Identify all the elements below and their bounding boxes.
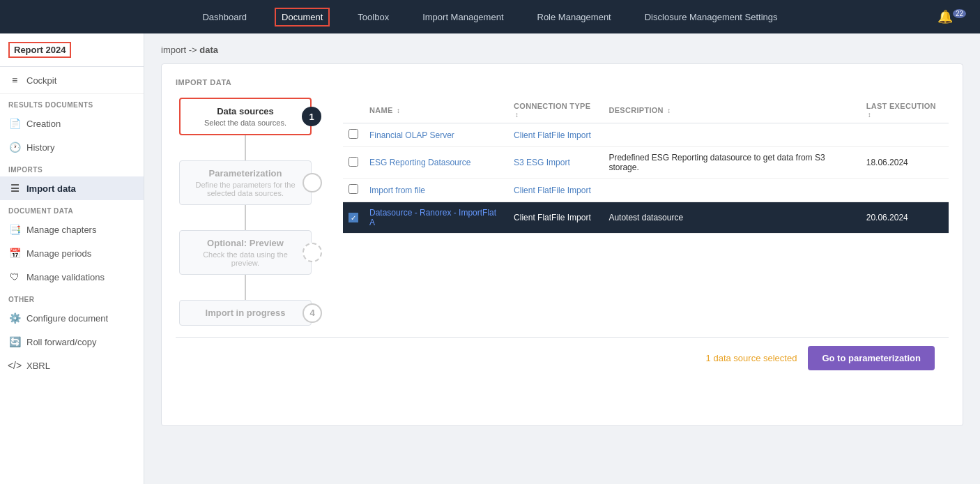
row-last-execution [861,179,949,202]
import-data-title: IMPORT DATA [176,78,949,86]
row-description: Predefined ESG Reporting datasource to g… [603,147,860,179]
col-description[interactable]: DESCRIPTION ↕ [603,98,860,123]
row-checkbox-cell[interactable] [343,147,364,179]
step4-title: Import in progress [188,308,303,318]
cockpit-icon: ≡ [8,74,21,86]
top-nav: Dashboard Document Toolbox Import Manage… [0,0,980,33]
row-checkbox-cell[interactable] [343,123,364,147]
nav-import-management[interactable]: Import Management [417,9,509,25]
sidebar: Report 2024 ≡ Cockpit RESULTS DOCUMENTS … [0,33,144,484]
row-name: Financial OLAP Server [364,123,508,147]
col-connection-type[interactable]: CONNECTION TYPE ↕ [508,98,603,123]
chapters-icon: 📑 [8,223,21,236]
configure-icon: ⚙️ [8,312,21,324]
col-last-execution[interactable]: LAST EXECUTION ↕ [861,98,949,123]
sidebar-doc-title: Report 2024 [0,33,144,67]
sidebar-item-import-data[interactable]: ☰ Import data [0,176,144,200]
manage-chapters-label: Manage chapters [26,225,96,235]
row-name-link[interactable]: Datasource - Ranorex - ImportFlat A [369,208,496,227]
go-to-parameterization-button[interactable]: Go to parameterization [808,346,935,370]
checked-box[interactable]: ✓ [349,213,358,222]
import-data-icon: ☰ [8,182,21,195]
sidebar-item-manage-validations[interactable]: 🛡 Manage validations [0,265,144,289]
roll-forward-icon: 🔄 [8,335,21,348]
periods-icon: 📅 [8,247,21,259]
nav-dashboard[interactable]: Dashboard [197,9,252,25]
main-layout: Report 2024 ≡ Cockpit RESULTS DOCUMENTS … [0,33,980,484]
name-sort-icon: ↕ [397,107,400,114]
execution-sort-icon: ↕ [868,111,871,119]
sidebar-item-cockpit[interactable]: ≡ Cockpit [0,67,144,94]
row-checkbox[interactable] [349,157,358,167]
sidebar-item-manage-periods[interactable]: 📅 Manage periods [0,241,144,265]
row-connection-link[interactable]: Client FlatFile Import [514,186,591,195]
row-name-link[interactable]: Import from file [369,186,425,195]
table-header-row: NAME ↕ CONNECTION TYPE ↕ DESCRIPTION ↕ [343,98,949,123]
step2-title: Parameterization [188,168,303,179]
row-name: Datasource - Ranorex - ImportFlat A [364,202,508,234]
table-row[interactable]: Import from fileClient FlatFile Import [343,179,949,202]
step3-subtitle: Check the data using the preview. [188,250,303,267]
step-data-sources[interactable]: Data sources Select the data sources. 1 [176,98,315,135]
section-other: OTHER [0,289,144,306]
connector-1-2 [245,135,246,160]
step1-subtitle: Select the data sources. [189,119,302,127]
cockpit-label: Cockpit [26,75,56,86]
row-checkbox-cell[interactable] [343,179,364,202]
manage-validations-label: Manage validations [26,272,105,282]
table-column: NAME ↕ CONNECTION TYPE ↕ DESCRIPTION ↕ [315,98,949,326]
step3-number [303,243,322,262]
table-row[interactable]: Financial OLAP ServerClient FlatFile Imp… [343,123,949,147]
col-checkbox [343,98,364,123]
sidebar-item-configure-document[interactable]: ⚙️ Configure document [0,306,144,330]
section-results-documents: RESULTS DOCUMENTS [0,94,144,112]
row-connection-link[interactable]: S3 ESG Import [514,158,570,167]
xbrl-icon: </> [8,359,21,372]
status-count: 1 [706,353,711,363]
table-row[interactable]: ✓Datasource - Ranorex - ImportFlat AClie… [343,202,949,234]
step1-title: Data sources [189,106,302,116]
step2-subtitle: Define the parameters for the selected d… [188,181,303,197]
step4-number: 4 [303,303,322,323]
table-row[interactable]: ESG Reporting DatasourceS3 ESG ImportPre… [343,147,949,179]
step-import-progress[interactable]: Import in progress 4 [176,300,315,326]
breadcrumb-prefix: import -> [161,45,199,55]
step1-number: 1 [302,107,321,126]
nav-document[interactable]: Document [275,8,330,27]
creation-label: Creation [26,119,61,129]
status-text-label: data source selected [713,353,797,363]
step-parameterization[interactable]: Parameterization Define the parameters f… [176,160,315,205]
step-preview[interactable]: Optional: Preview Check the data using t… [176,230,315,275]
sidebar-item-history[interactable]: 🕐 History [0,135,144,159]
import-data-panel: IMPORT DATA Data sources Select the data… [161,63,963,426]
row-connection-link[interactable]: Client FlatFile Import [514,130,591,140]
main-content: import -> data IMPORT DATA Data sources … [144,33,980,484]
history-icon: 🕐 [8,141,21,153]
nav-disclosure-settings[interactable]: Disclosure Management Settings [639,9,783,25]
nav-role-management[interactable]: Role Management [532,9,617,25]
col-name[interactable]: NAME ↕ [364,98,508,123]
row-connection-type: Client FlatFile Import [508,179,603,202]
notification-bell[interactable]: 🔔22 [937,9,966,24]
row-name: Import from file [364,179,508,202]
connector-2-3 [245,205,246,230]
row-last-execution: 18.06.2024 [861,147,949,179]
row-name-link[interactable]: ESG Reporting Datasource [369,158,470,167]
creation-icon: 📄 [8,117,21,130]
nav-toolbox[interactable]: Toolbox [352,9,395,25]
sidebar-item-xbrl[interactable]: </> XBRL [0,354,144,377]
manage-periods-label: Manage periods [26,248,91,259]
row-checkbox-cell[interactable]: ✓ [343,202,364,234]
notification-count: 22 [953,9,966,18]
sidebar-item-roll-forward[interactable]: 🔄 Roll forward/copy [0,330,144,354]
steps-column: Data sources Select the data sources. 1 … [176,98,315,326]
breadcrumb-current: data [199,45,218,55]
report-badge: Report 2024 [8,42,71,58]
row-name-link[interactable]: Financial OLAP Server [369,130,454,140]
configure-doc-label: Configure document [26,313,108,324]
row-checkbox[interactable] [349,184,358,194]
sidebar-item-manage-chapters[interactable]: 📑 Manage chapters [0,218,144,241]
row-checkbox[interactable] [349,129,358,139]
row-name: ESG Reporting Datasource [364,147,508,179]
sidebar-item-creation[interactable]: 📄 Creation [0,112,144,135]
